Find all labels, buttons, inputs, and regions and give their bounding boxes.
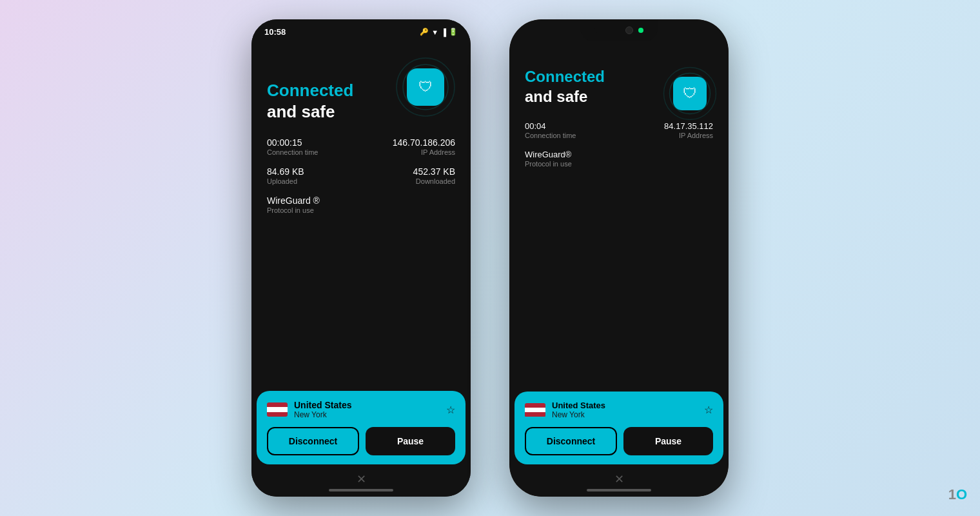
iphone: 🛡 Connected and safe 00:04 Connection ti… bbox=[509, 19, 729, 497]
key-icon: 🔑 bbox=[420, 28, 429, 36]
android-protocol-value: WireGuard ® bbox=[267, 195, 358, 206]
iphone-notch bbox=[580, 19, 658, 41]
iphone-home-indicator bbox=[587, 489, 651, 491]
android-uploaded-label: Uploaded bbox=[267, 177, 358, 185]
iphone-stats-grid: 00:04 Connection time 84.17.35.112 IP Ad… bbox=[525, 121, 713, 168]
android-flag-icon bbox=[267, 402, 288, 417]
iphone-ip-label: IP Address bbox=[622, 132, 713, 139]
iphone-action-buttons: Disconnect Pause bbox=[525, 427, 713, 455]
iphone-bottom-card: United States New York ☆ Disconnect Paus… bbox=[514, 392, 723, 464]
iphone-favorite-icon[interactable]: ☆ bbox=[704, 404, 713, 416]
android-phone: 10:58 🔑 ▼ ▐ 🔋 🛡 bbox=[251, 19, 471, 497]
iphone-location-row: United States New York ☆ bbox=[525, 401, 713, 419]
android-stats-grid: 00:00:15 Connection time 146.70.186.206 … bbox=[267, 137, 455, 214]
wifi-icon: ▼ bbox=[431, 28, 438, 36]
iphone-connection-time-label: Connection time bbox=[525, 132, 616, 139]
notch-camera bbox=[625, 26, 633, 34]
android-vpn-button[interactable]: 🛡 bbox=[407, 68, 444, 106]
android-connection-time-value: 00:00:15 bbox=[267, 137, 358, 148]
android-action-buttons: Disconnect Pause bbox=[267, 427, 455, 455]
android-ip-label: IP Address bbox=[364, 148, 455, 156]
phones-container: 10:58 🔑 ▼ ▐ 🔋 🛡 bbox=[251, 19, 729, 497]
android-location-row: United States New York ☆ bbox=[267, 400, 455, 419]
iphone-protocol-value: WireGuard® bbox=[525, 150, 616, 159]
iphone-shield-icon: 🛡 bbox=[683, 85, 697, 102]
android-status-icons: 🔑 ▼ ▐ 🔋 bbox=[420, 28, 458, 36]
watermark: 1O bbox=[948, 486, 967, 503]
iphone-vpn-icon-area: 🛡 bbox=[661, 64, 719, 123]
android-disconnect-button[interactable]: Disconnect bbox=[267, 427, 359, 455]
iphone-location-text: United States New York bbox=[552, 401, 605, 419]
android-connection-time: 00:00:15 Connection time bbox=[267, 137, 358, 156]
flag-stripe-red1 bbox=[267, 402, 288, 407]
iphone-flag-stripe-red2 bbox=[525, 412, 545, 417]
android-ip-address: 146.70.186.206 IP Address bbox=[364, 137, 455, 156]
iphone-country: United States bbox=[552, 401, 605, 410]
android-connection-time-label: Connection time bbox=[267, 148, 358, 156]
android-location-info: United States New York bbox=[267, 400, 351, 419]
iphone-connection-time: 00:04 Connection time bbox=[525, 121, 616, 139]
battery-icon: 🔋 bbox=[449, 28, 458, 36]
android-vpn-icon-area: 🛡 bbox=[393, 55, 458, 119]
iphone-protocol: WireGuard® Protocol in use bbox=[525, 150, 616, 168]
android-uploaded: 84.69 KB Uploaded bbox=[267, 166, 358, 185]
android-country: United States bbox=[294, 400, 351, 410]
android-downloaded-label: Downloaded bbox=[364, 177, 455, 185]
iphone-pause-button[interactable]: Pause bbox=[623, 427, 713, 455]
signal-icon: ▐ bbox=[441, 28, 446, 36]
notch-pill bbox=[594, 28, 620, 33]
iphone-close-button[interactable]: ✕ bbox=[509, 472, 729, 489]
iphone-ip-address: 84.17.35.112 IP Address bbox=[622, 121, 713, 139]
android-time: 10:58 bbox=[264, 27, 286, 37]
android-uploaded-value: 84.69 KB bbox=[267, 166, 358, 177]
iphone-location-info: United States New York bbox=[525, 401, 605, 419]
iphone-disconnect-button[interactable]: Disconnect bbox=[525, 427, 617, 455]
flag-stripe-white bbox=[267, 407, 288, 412]
iphone-protocol-label: Protocol in use bbox=[525, 160, 616, 168]
shield-icon: 🛡 bbox=[418, 79, 433, 95]
android-city: New York bbox=[294, 410, 351, 419]
android-protocol: WireGuard ® Protocol in use bbox=[267, 195, 358, 214]
android-downloaded: 452.37 KB Downloaded bbox=[364, 166, 455, 185]
iphone-flag-icon bbox=[525, 403, 545, 417]
android-status-bar: 10:58 🔑 ▼ ▐ 🔋 bbox=[251, 19, 471, 42]
iphone-flag-stripe-red1 bbox=[525, 403, 545, 408]
android-home-indicator bbox=[329, 489, 393, 491]
iphone-vpn-button[interactable]: 🛡 bbox=[673, 77, 707, 110]
notch-indicator bbox=[638, 28, 643, 33]
iphone-connection-time-value: 00:04 bbox=[525, 121, 616, 131]
android-screen: 10:58 🔑 ▼ ▐ 🔋 🛡 bbox=[251, 19, 471, 497]
iphone-screen: 🛡 Connected and safe 00:04 Connection ti… bbox=[509, 19, 729, 497]
flag-stripe-red2 bbox=[267, 412, 288, 417]
iphone-flag-stripe-white bbox=[525, 408, 545, 412]
android-pause-button[interactable]: Pause bbox=[366, 427, 455, 455]
android-ip-value: 146.70.186.206 bbox=[364, 137, 455, 148]
watermark-o: O bbox=[956, 486, 967, 502]
android-location-text: United States New York bbox=[294, 400, 351, 419]
android-downloaded-value: 452.37 KB bbox=[364, 166, 455, 177]
android-bottom-card: United States New York ☆ Disconnect Paus… bbox=[257, 391, 466, 464]
android-protocol-label: Protocol in use bbox=[267, 206, 358, 214]
android-close-button[interactable]: ✕ bbox=[251, 472, 471, 489]
iphone-city: New York bbox=[552, 410, 605, 419]
iphone-ip-value: 84.17.35.112 bbox=[622, 121, 713, 131]
android-favorite-icon[interactable]: ☆ bbox=[446, 404, 455, 416]
